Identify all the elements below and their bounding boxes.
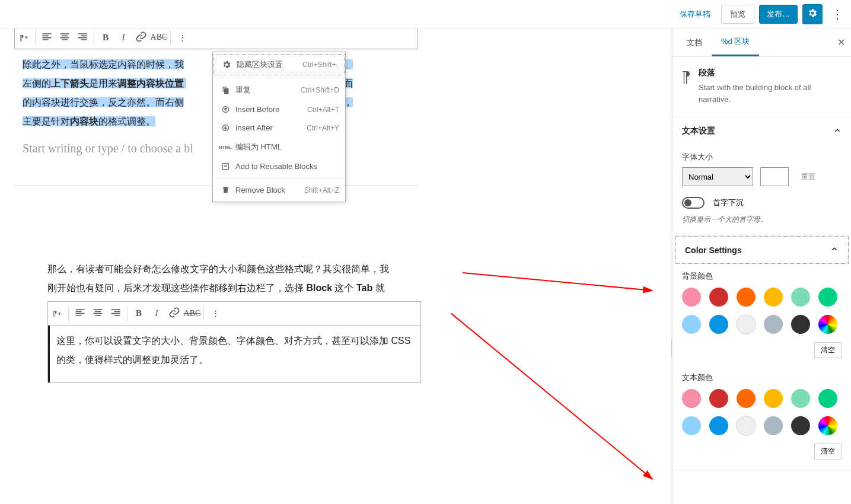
color-swatch[interactable] (709, 389, 728, 408)
bg-color-label: 背景颜色 (682, 271, 842, 282)
copy-icon (219, 86, 232, 95)
color-swatch[interactable] (764, 389, 783, 408)
panel-header-text-settings[interactable]: 文本设置 (672, 117, 851, 145)
panel-title: 文本设置 (682, 126, 715, 136)
color-swatch[interactable] (764, 416, 783, 435)
save-draft-button[interactable]: 保存草稿 (674, 5, 716, 23)
panel-header-color-settings[interactable]: Color Settings (675, 236, 849, 264)
align-center-icon (92, 307, 104, 320)
bg-clear-button[interactable]: 清空 (814, 342, 842, 358)
editor-canvas: ¶▾ B I ABC ⋮ 除此之外，当鼠标选定内容的时候，我 按 (0, 28, 672, 504)
more-options-button-2[interactable]: ⋮ (206, 305, 224, 323)
italic-button[interactable]: I (114, 28, 132, 46)
dropcap-toggle[interactable] (682, 197, 705, 209)
bold-icon: B (136, 308, 142, 318)
italic-button[interactable]: I (148, 305, 165, 323)
paragraph-line: 主要是针对内容块的格式调整。 (23, 116, 155, 126)
font-size-reset[interactable]: 重置 (796, 167, 821, 186)
font-size-select[interactable]: Normal (682, 167, 753, 186)
menu-label: Insert Before (235, 105, 307, 114)
preview-button[interactable]: 预览 (721, 5, 754, 24)
text-clear-button[interactable]: 清空 (814, 444, 842, 460)
tab-document[interactable]: 文档 (677, 28, 712, 56)
menu-insert-after[interactable]: Insert After Ctrl+Alt+Y (213, 119, 345, 137)
align-right-icon (77, 31, 88, 44)
bold-button[interactable]: B (97, 28, 114, 46)
bold-button[interactable]: B (130, 305, 148, 323)
vertical-dots-icon: ⋮ (831, 8, 843, 21)
color-swatch[interactable] (737, 315, 756, 334)
pilcrow-icon: ¶ (682, 68, 690, 86)
custom-color-swatch[interactable] (818, 416, 837, 435)
color-swatch[interactable] (764, 288, 783, 307)
menu-label: Remove Block (235, 186, 304, 194)
color-swatch[interactable] (709, 416, 728, 435)
settings-button[interactable] (802, 4, 823, 24)
align-right-button[interactable] (74, 28, 91, 46)
link-button[interactable] (165, 305, 183, 323)
close-icon: ✕ (837, 37, 845, 47)
color-swatch[interactable] (818, 389, 837, 408)
more-options-button-1[interactable]: ⋮ (173, 28, 191, 46)
align-center-icon (59, 31, 71, 44)
block-type-button[interactable]: ¶▾ (48, 305, 66, 323)
close-sidebar-button[interactable]: ✕ (837, 37, 845, 48)
color-swatch[interactable] (737, 389, 756, 408)
menu-edit-html[interactable]: HTML 编辑为 HTML (213, 137, 345, 157)
menu-insert-before[interactable]: Insert Before Ctrl+Alt+T (213, 100, 345, 119)
paragraph-line: 除此之外，当鼠标选定内容的时候，我 (23, 59, 184, 69)
strikethrough-button[interactable]: ABC (150, 28, 168, 46)
font-size-input[interactable] (760, 167, 789, 186)
sidebar-tabs: 文档 %d 区块 ✕ (672, 28, 851, 57)
bg-swatch-grid: 清空 (682, 288, 842, 358)
vertical-dots-icon: ⋮ (212, 309, 219, 318)
color-swatch[interactable] (737, 416, 756, 435)
align-center-button[interactable] (89, 305, 107, 323)
menu-duplicate[interactable]: 重复 Ctrl+Shift+D (213, 80, 345, 100)
color-swatch[interactable] (709, 315, 728, 334)
tab-block[interactable]: %d 区块 (712, 28, 759, 56)
color-swatch[interactable] (682, 288, 701, 307)
block-options-dropdown: 隐藏区块设置 Ctrl+Shift+, 重复 Ctrl+Shift+D Inse… (212, 52, 346, 202)
text-swatch-grid: 清空 (682, 389, 842, 460)
gear-icon (807, 8, 818, 20)
paragraph-block-3[interactable]: 这里，你可以设置文字的大小、背景颜色、字体颜色、对齐方式，甚至可以添加 CSS … (48, 326, 420, 382)
color-swatch[interactable] (791, 416, 810, 435)
color-swatch[interactable] (682, 389, 701, 408)
menu-label: 编辑为 HTML (235, 142, 339, 152)
color-swatch[interactable] (791, 315, 810, 334)
chevron-down-icon: ▾ (58, 311, 61, 317)
menu-label: 重复 (235, 85, 301, 95)
link-button[interactable] (132, 28, 150, 46)
annotation-arrow (451, 313, 658, 485)
strikethrough-button[interactable]: ABC (183, 305, 201, 323)
menu-add-reusable[interactable]: Add to Reusable Blocks (213, 157, 345, 176)
color-swatch[interactable] (737, 288, 756, 307)
align-right-icon (110, 307, 122, 320)
dropcap-label: 首字下沉 (713, 197, 744, 208)
paragraph-block-3-frame: ¶▾ B I ABC ⋮ (47, 301, 421, 383)
align-left-button[interactable] (38, 28, 56, 46)
align-left-button[interactable] (71, 305, 89, 323)
menu-shortcut: Ctrl+Alt+T (307, 106, 339, 114)
color-swatch[interactable] (682, 416, 701, 435)
color-swatch[interactable] (764, 315, 783, 334)
menu-separator (213, 77, 345, 78)
publish-button[interactable]: 发布… (759, 5, 798, 24)
color-swatch[interactable] (791, 389, 810, 408)
color-swatch[interactable] (818, 288, 837, 307)
align-center-button[interactable] (56, 28, 74, 46)
html-icon: HTML (219, 145, 232, 150)
menu-remove-block[interactable]: Remove Block Shift+Alt+Z (213, 181, 345, 199)
color-swatch[interactable] (709, 288, 728, 307)
text-color-label: 文本颜色 (682, 372, 842, 383)
color-swatch[interactable] (791, 288, 810, 307)
custom-color-swatch[interactable] (818, 315, 837, 334)
paragraph-block-2[interactable]: 那么，有读者可能会好奇怎么修改文字的大小和颜色这些格式呢？其实很简单，我 刚开始… (47, 260, 421, 298)
block-type-button[interactable]: ¶▾ (15, 28, 33, 46)
align-right-button[interactable] (107, 305, 125, 323)
pilcrow-icon: ¶ (20, 33, 24, 42)
menu-hide-block-settings[interactable]: 隐藏区块设置 Ctrl+Shift+, (214, 55, 344, 75)
color-swatch[interactable] (682, 315, 701, 334)
more-menu-button[interactable]: ⋮ (827, 4, 847, 24)
